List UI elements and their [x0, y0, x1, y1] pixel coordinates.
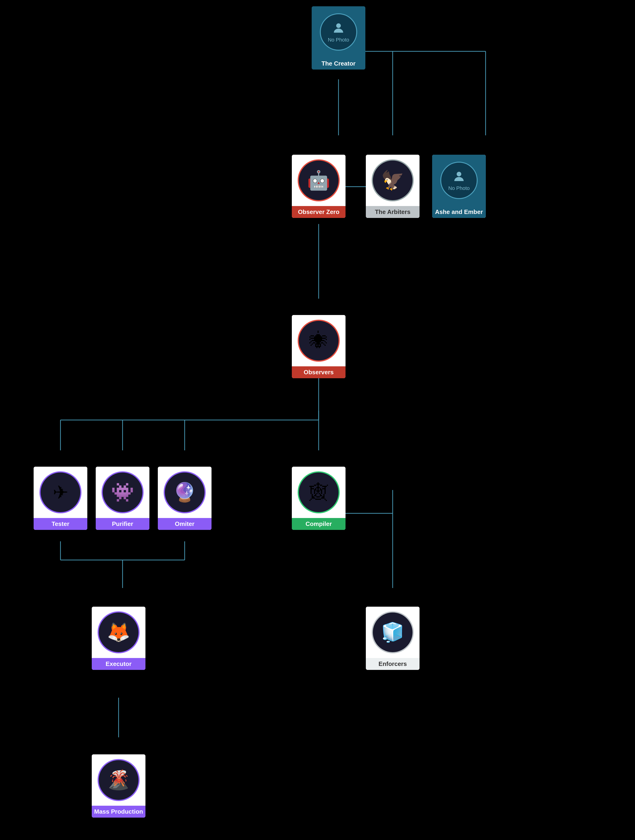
observers-avatar: 🕷: [298, 320, 340, 362]
omiter-image: 🔮: [158, 467, 212, 518]
omiter-label: Omiter: [158, 518, 212, 530]
arbiters-node: 🦅 The Arbiters: [366, 155, 420, 218]
purifier-image: 👾: [96, 467, 149, 518]
omiter-art: 🔮: [173, 482, 196, 503]
creator-nophoto-label: No Photo: [328, 37, 349, 43]
mass-production-image: 🌋: [92, 754, 146, 806]
ashe-nophoto-label: No Photo: [448, 185, 470, 191]
observer-zero-image: 🤖: [292, 155, 345, 206]
ashe-ember-image: No Photo: [432, 155, 486, 206]
person-icon: [331, 21, 345, 35]
ashe-ember-node: No Photo Ashe and Ember: [432, 155, 486, 218]
enforcers-label: Enforcers: [366, 658, 420, 670]
observers-label: Observers: [292, 366, 345, 378]
ashe-person-icon: [452, 169, 466, 183]
tester-image: ✈: [33, 467, 87, 518]
enforcers-image: 🧊: [366, 607, 420, 658]
tester-art: ✈: [53, 482, 68, 503]
compiler-art: 🕸: [309, 482, 328, 503]
purifier-node: 👾 Purifier: [96, 467, 149, 530]
observers-art: 🕷: [309, 330, 328, 351]
creator-image: No Photo: [312, 6, 365, 58]
arbiters-image: 🦅: [366, 155, 420, 206]
purifier-label: Purifier: [96, 518, 149, 530]
executor-art: 🦊: [107, 621, 130, 643]
enforcers-avatar: 🧊: [372, 611, 414, 653]
enforcers-art: 🧊: [381, 621, 404, 643]
omiter-avatar: 🔮: [164, 471, 206, 513]
executor-image: 🦊: [92, 607, 146, 658]
compiler-node: 🕸 Compiler: [292, 467, 345, 530]
svg-point-20: [457, 172, 461, 177]
tester-avatar: ✈: [40, 471, 81, 513]
purifier-art: 👾: [111, 482, 134, 503]
ashe-ember-label: Ashe and Ember: [432, 206, 486, 218]
ashe-ember-avatar: No Photo: [440, 162, 478, 199]
executor-node: 🦊 Executor: [92, 607, 146, 670]
observers-image: 🕷: [292, 315, 345, 366]
mass-production-node: 🌋 Mass Production: [92, 754, 146, 818]
tester-node: ✈ Tester: [33, 467, 87, 530]
compiler-label: Compiler: [292, 518, 345, 530]
observer-zero-node: 🤖 Observer Zero: [292, 155, 345, 218]
mass-production-art: 🌋: [107, 769, 130, 791]
arbiters-art: 🦅: [381, 169, 404, 191]
executor-label: Executor: [92, 658, 146, 670]
observer-zero-avatar: 🤖: [298, 159, 340, 201]
compiler-avatar: 🕸: [298, 471, 340, 513]
enforcers-node: 🧊 Enforcers: [366, 607, 420, 670]
observer-zero-art: 🤖: [307, 169, 330, 191]
creator-node: No Photo The Creator: [312, 6, 365, 69]
compiler-image: 🕸: [292, 467, 345, 518]
tester-label: Tester: [33, 518, 87, 530]
arbiters-avatar: 🦅: [372, 159, 414, 201]
arbiters-label: The Arbiters: [366, 206, 420, 218]
svg-point-19: [336, 23, 341, 28]
observer-zero-label: Observer Zero: [292, 206, 345, 218]
purifier-avatar: 👾: [101, 471, 144, 513]
connection-lines: [0, 0, 635, 840]
creator-label: The Creator: [312, 58, 365, 69]
mass-production-avatar: 🌋: [98, 759, 139, 801]
executor-avatar: 🦊: [98, 611, 139, 653]
observers-node: 🕷 Observers: [292, 315, 345, 378]
creator-avatar: No Photo: [320, 13, 357, 51]
omiter-node: 🔮 Omiter: [158, 467, 212, 530]
mass-production-label: Mass Production: [92, 806, 146, 818]
